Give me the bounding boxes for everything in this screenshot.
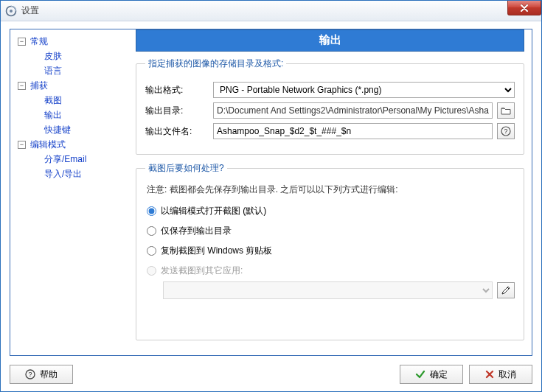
collapse-icon[interactable]: − [18,82,26,90]
group-postprocess-legend: 截图后要如何处理? [145,162,227,175]
radio-open-editor[interactable]: 以编辑模式打开截图 (默认) [147,205,515,217]
ok-button-label: 确定 [430,368,448,381]
check-icon [415,369,425,379]
tree-node-editmode[interactable]: − 编辑模式 [13,137,133,152]
output-format-label: 输出格式: [145,84,209,97]
output-filename-label: 输出文件名: [145,125,209,138]
postprocess-note: 注意: 截图都会先保存到输出目录. 之后可以以下列方式进行编辑: [147,183,515,196]
question-icon: ? [501,126,511,136]
radio-copy-clipboard-label: 复制截图到 Windows 剪贴板 [161,245,272,257]
radio-send-to-app-label: 发送截图到其它应用: [161,265,243,277]
titlebar: 设置 [1,1,541,21]
tree-node-hotkey[interactable]: 快捷键 [13,122,133,137]
group-storage: 指定捕获的图像的存储目录及格式: 输出格式: PNG - Portable Ne… [136,57,524,155]
browse-dir-button[interactable] [497,102,515,119]
collapse-icon[interactable]: − [18,141,26,149]
close-button[interactable] [507,1,541,15]
app-icon [5,5,17,17]
output-filename-input[interactable] [213,123,493,139]
content-pane: 输出 指定捕获的图像的存储目录及格式: 输出格式: PNG - Portable… [136,29,532,355]
tree-node-import-export[interactable]: 导入/导出 [13,167,133,181]
window-title: 设置 [21,4,39,17]
tree-node-screenshot[interactable]: 截图 [13,93,133,108]
radio-save-only-input[interactable] [147,226,156,236]
radio-send-to-app[interactable]: 发送截图到其它应用: [147,265,515,277]
help-button-label: 帮助 [40,368,58,381]
radio-send-to-app-input [147,266,156,276]
radio-copy-clipboard-input[interactable] [147,246,156,256]
help-button[interactable]: ? 帮助 [10,365,73,384]
cancel-button[interactable]: 取消 [469,365,532,384]
radio-copy-clipboard[interactable]: 复制截图到 Windows 剪贴板 [147,245,515,257]
cross-icon [485,370,494,379]
ok-button[interactable]: 确定 [400,365,463,384]
settings-tree: − 常规 皮肤 语言 − 捕获 [10,29,136,355]
collapse-icon[interactable]: − [18,38,26,46]
client-area: − 常规 皮肤 语言 − 捕获 [1,21,541,391]
radio-save-only[interactable]: 仅保存到输出目录 [147,225,515,237]
output-dir-input[interactable] [213,102,493,119]
tree-node-language[interactable]: 语言 [13,63,133,78]
close-icon [520,4,529,12]
tree-node-capture[interactable]: − 捕获 [13,78,133,93]
send-to-app-select [163,281,493,299]
radio-open-editor-input[interactable] [147,206,156,216]
settings-window: 设置 − 常规 皮肤 语言 [0,0,542,392]
question-icon: ? [25,369,35,379]
page-title: 输出 [136,29,524,52]
group-postprocess: 截图后要如何处理? 注意: 截图都会先保存到输出目录. 之后可以以下列方式进行编… [136,162,524,340]
tree-node-output[interactable]: 输出 [13,108,133,122]
filename-help-button[interactable]: ? [497,123,515,139]
radio-open-editor-label: 以编辑模式打开截图 (默认) [161,205,266,217]
main-frame: − 常规 皮肤 语言 − 捕获 [10,29,532,356]
tree-node-general[interactable]: − 常规 [13,34,133,49]
group-storage-legend: 指定捕获的图像的存储目录及格式: [145,57,286,70]
tree-node-share[interactable]: 分享/Email [13,152,133,167]
svg-text:?: ? [504,127,507,135]
svg-text:?: ? [28,371,32,378]
cancel-button-label: 取消 [498,368,516,381]
dialog-button-bar: ? 帮助 确定 取消 [10,363,532,385]
svg-point-1 [10,10,13,13]
output-dir-label: 输出目录: [145,105,209,117]
edit-app-button[interactable] [497,282,515,298]
output-format-select[interactable]: PNG - Portable Network Graphics (*.png) [213,82,515,98]
pencil-icon [501,285,511,295]
tree-node-skin[interactable]: 皮肤 [13,49,133,63]
radio-save-only-label: 仅保存到输出目录 [161,225,232,237]
folder-icon [501,106,511,115]
